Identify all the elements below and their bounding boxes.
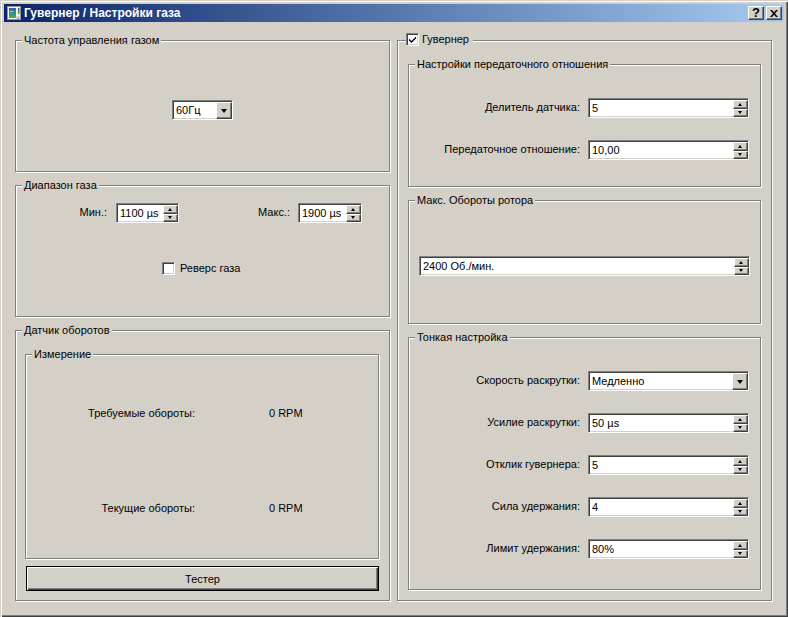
- tester-button-label: Тестер: [185, 573, 220, 585]
- close-icon: [770, 10, 778, 17]
- arrow-up-icon: [738, 418, 742, 421]
- holding-limit-spinner[interactable]: 80%: [588, 539, 749, 559]
- max-rotor-rpm-updown: [734, 258, 749, 275]
- spoolup-strength-updown: [733, 415, 748, 432]
- sensor-divider-updown: [733, 100, 748, 117]
- max-rotor-rpm-value: 2400 Об./мин.: [423, 257, 494, 275]
- spin-up-button[interactable]: [163, 205, 178, 214]
- frequency-combobox[interactable]: 60Гц: [172, 100, 233, 120]
- frequency-combobox-dropdown-button[interactable]: [216, 102, 232, 119]
- reverse-throttle-checkbox[interactable]: [162, 262, 175, 275]
- reverse-throttle-label: Реверс газа: [180, 262, 240, 275]
- max-spinner-updown: [346, 205, 361, 222]
- arrow-down-icon: [738, 552, 742, 555]
- arrow-up-icon: [738, 103, 742, 106]
- spin-down-button[interactable]: [733, 424, 748, 433]
- spin-up-button[interactable]: [733, 415, 748, 424]
- spoolup-speed-combobox[interactable]: Медленно: [588, 371, 749, 391]
- holding-strength-label: Сила удержания:: [492, 500, 580, 513]
- chevron-down-icon: [737, 380, 743, 384]
- spoolup-strength-spinner[interactable]: 50 µs: [588, 413, 749, 433]
- help-icon: ?: [752, 7, 760, 19]
- spin-up-button[interactable]: [734, 258, 749, 267]
- spin-down-button[interactable]: [163, 214, 178, 223]
- arrow-down-icon: [738, 510, 742, 513]
- governor-checkbox[interactable]: [406, 33, 419, 46]
- arrow-down-icon: [738, 468, 742, 471]
- arrow-down-icon: [739, 269, 743, 272]
- governor-response-value: 5: [592, 456, 598, 474]
- arrow-up-icon: [738, 502, 742, 505]
- spin-down-button[interactable]: [733, 466, 748, 475]
- spin-down-button[interactable]: [733, 109, 748, 118]
- arrow-up-icon: [738, 145, 742, 148]
- min-label: Мин.:: [80, 206, 108, 219]
- governor-response-updown: [733, 457, 748, 474]
- app-icon: [7, 6, 21, 20]
- arrow-up-icon: [738, 460, 742, 463]
- spoolup-speed-label: Скорость раскрутки:: [476, 374, 580, 387]
- required-rpm-label: Требуемые обороты:: [88, 407, 195, 420]
- check-icon: [408, 35, 417, 44]
- min-spinner-value: 1100 µs: [120, 204, 159, 222]
- gear-ratio-updown: [733, 142, 748, 159]
- spin-up-button[interactable]: [733, 100, 748, 109]
- arrow-up-icon: [739, 261, 743, 264]
- throttle-range-group-label: Диапазон газа: [22, 179, 99, 192]
- min-spinner[interactable]: 1100 µs: [116, 203, 179, 223]
- spin-down-button[interactable]: [733, 550, 748, 559]
- help-button[interactable]: ?: [748, 6, 764, 20]
- spin-down-button[interactable]: [733, 508, 748, 517]
- current-rpm-value: 0 RPM: [269, 502, 303, 515]
- gear-ratio-spinner[interactable]: 10,00: [588, 140, 749, 160]
- holding-limit-value: 80%: [592, 540, 614, 558]
- holding-strength-updown: [733, 499, 748, 516]
- chevron-down-icon: [221, 109, 227, 113]
- gear-ratio-value: 10,00: [592, 141, 620, 159]
- arrow-down-icon: [738, 111, 742, 114]
- min-spinner-updown: [163, 205, 178, 222]
- tester-button[interactable]: Тестер: [26, 566, 379, 591]
- measurement-group: Измерение: [25, 354, 379, 559]
- governor-response-label: Отклик гувернера:: [486, 458, 580, 471]
- spin-up-button[interactable]: [733, 499, 748, 508]
- rpm-sensor-group-label: Датчик оборотов: [22, 324, 112, 337]
- arrow-up-icon: [168, 208, 172, 211]
- spin-down-button[interactable]: [346, 214, 361, 223]
- spin-up-button[interactable]: [733, 142, 748, 151]
- spin-down-button[interactable]: [734, 267, 749, 276]
- spoolup-speed-dropdown-button[interactable]: [732, 373, 748, 390]
- spoolup-strength-value: 50 µs: [592, 414, 619, 432]
- arrow-up-icon: [351, 208, 355, 211]
- holding-strength-spinner[interactable]: 4: [588, 497, 749, 517]
- spin-up-button[interactable]: [733, 541, 748, 550]
- governor-checkbox-label: Гувернер: [419, 33, 473, 46]
- gear-ratio-group: Настройки передаточного отношения: [408, 64, 761, 187]
- arrow-down-icon: [738, 153, 742, 156]
- window-title: Гувернер / Настройки газа: [24, 4, 180, 22]
- gear-ratio-label: Передаточное отношение:: [444, 143, 580, 156]
- current-rpm-label: Текущие обороты:: [101, 502, 195, 515]
- spoolup-speed-value: Медленно: [592, 372, 644, 390]
- max-spinner-value: 1900 µs: [302, 204, 341, 222]
- frequency-combobox-value: 60Гц: [176, 101, 201, 119]
- close-button[interactable]: [766, 6, 782, 20]
- title-bar[interactable]: Гувернер / Настройки газа ?: [4, 4, 784, 22]
- sensor-divider-label: Делитель датчика:: [485, 101, 580, 114]
- sensor-divider-spinner[interactable]: 5: [588, 98, 749, 118]
- spin-up-button[interactable]: [733, 457, 748, 466]
- arrow-down-icon: [738, 426, 742, 429]
- gear-ratio-group-label: Настройки передаточного отношения: [415, 58, 610, 71]
- required-rpm-value: 0 RPM: [269, 407, 303, 420]
- spin-up-button[interactable]: [346, 205, 361, 214]
- throttle-frequency-group-label: Частота управления газом: [22, 34, 161, 47]
- spin-down-button[interactable]: [733, 151, 748, 160]
- max-label: Макс.:: [258, 206, 290, 219]
- governor-response-spinner[interactable]: 5: [588, 455, 749, 475]
- max-spinner[interactable]: 1900 µs: [298, 203, 362, 223]
- fine-tuning-group-label: Тонкая настройка: [415, 331, 510, 344]
- arrow-up-icon: [738, 544, 742, 547]
- max-rotor-rpm-spinner[interactable]: 2400 Об./мин.: [419, 256, 750, 276]
- arrow-down-icon: [351, 216, 355, 219]
- holding-limit-updown: [733, 541, 748, 558]
